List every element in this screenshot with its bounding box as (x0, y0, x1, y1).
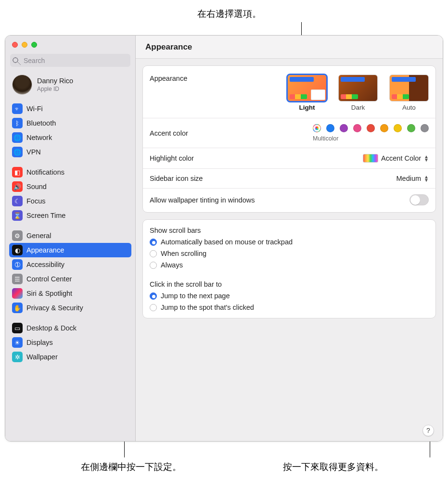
focus-icon: ☾ (12, 196, 23, 206)
accent-color-green[interactable] (407, 124, 415, 132)
radio-label: Always (161, 261, 183, 269)
sidebar-item-wallpaper[interactable]: ✲Wallpaper (9, 350, 131, 364)
sidebar-item-label: Notifications (26, 168, 64, 176)
avatar (12, 75, 32, 95)
appearance-option-label: Light (299, 104, 315, 111)
privacy-icon: ✋ (12, 303, 23, 313)
sidebar-item-label: Displays (26, 339, 53, 346)
accent-color-graphite[interactable] (421, 124, 429, 132)
appearance-option-dark[interactable]: Dark (338, 75, 378, 111)
tinting-switch[interactable] (410, 194, 429, 205)
user-subtitle: Apple ID (37, 86, 73, 92)
sidebar-item-label: General (26, 232, 51, 240)
sidebar-item-siri[interactable]: Siri & Spotlight (9, 286, 131, 301)
minimize-button[interactable] (22, 42, 27, 48)
radio-label: When scrolling (161, 250, 206, 257)
accent-color-blue[interactable] (326, 124, 334, 132)
bluetooth-icon: ᛒ (12, 118, 23, 128)
sidebar-item-appearance[interactable]: ◐Appearance (9, 243, 131, 257)
click-scroll-radio-0[interactable]: Jump to the next page (150, 292, 429, 300)
sidebar-item-label: VPN (26, 148, 41, 156)
callout-bottom-left: 在側邊欄中按一下設定。 (81, 461, 181, 473)
wifi-icon: ᯤ (12, 103, 23, 114)
callout-bottom-right: 按一下來取得更多資料。 (283, 461, 384, 473)
highlight-color-popup[interactable]: Accent Color ▲▼ (363, 154, 429, 163)
pane-scroll: Appearance LightDarkAuto Accent color Mu… (136, 59, 443, 441)
sidebar-item-accessibility[interactable]: ➀Accessibility (9, 257, 131, 272)
controlcenter-icon: ☰ (12, 274, 23, 284)
click-scroll-radios: Jump to the next pageJump to the spot th… (150, 292, 429, 311)
radio-label: Jump to the next page (161, 292, 230, 300)
sidebar-size-popup[interactable]: Medium ▲▼ (397, 175, 429, 182)
network-icon: 🌐 (12, 132, 23, 143)
sidebar-item-wifi[interactable]: ᯤWi-Fi (9, 101, 131, 116)
sidebar-item-bluetooth[interactable]: ᛒBluetooth (9, 116, 131, 130)
sidebar-size-label: Sidebar icon size (150, 175, 397, 182)
zoom-button[interactable] (31, 42, 37, 48)
click-scroll-label: Click in the scroll bar to (150, 280, 429, 288)
chevron-updown-icon: ▲▼ (424, 175, 429, 182)
sidebar-item-displays[interactable]: ☀Displays (9, 335, 131, 350)
sidebar-item-label: Screen Time (26, 212, 65, 219)
tinting-label: Allow wallpaper tinting in windows (150, 196, 410, 204)
panel-scrolling: Show scroll bars Automatically based on … (142, 219, 436, 318)
apple-id-row[interactable]: Danny Rico Apple ID (5, 71, 135, 101)
appearance-label: Appearance (150, 75, 287, 82)
sidebar-item-network[interactable]: 🌐Network (9, 130, 131, 145)
siri-icon (12, 288, 23, 299)
accent-color-red[interactable] (367, 124, 375, 132)
page-title: Appearance (145, 42, 192, 52)
sidebar-item-label: Network (26, 134, 52, 141)
sidebar-item-label: Privacy & Security (26, 304, 83, 312)
chevron-updown-icon: ▲▼ (424, 155, 429, 162)
appearance-option-light[interactable]: Light (287, 75, 327, 111)
sidebar-item-focus[interactable]: ☾Focus (9, 194, 131, 208)
appearance-thumb-light-icon (287, 75, 327, 101)
close-button[interactable] (12, 42, 18, 48)
sidebar-item-label: Wallpaper (26, 353, 58, 361)
click-scroll-radio-1[interactable]: Jump to the spot that's clicked (150, 304, 429, 311)
appearance-option-auto[interactable]: Auto (389, 75, 429, 111)
sidebar-item-label: Sound (26, 183, 47, 190)
search-input[interactable] (10, 54, 130, 67)
accent-color-yellow[interactable] (394, 124, 402, 132)
sidebar-item-label: Accessibility (26, 261, 64, 268)
radio-dot-icon (150, 292, 157, 300)
screentime-icon: ⌛ (12, 210, 23, 221)
sidebar-item-sound[interactable]: 🔊Sound (9, 179, 131, 194)
callout-top: 在右邊擇選項。 (197, 8, 261, 20)
sound-icon: 🔊 (12, 181, 23, 192)
sidebar: Danny Rico Apple ID ᯤWi-FiᛒBluetooth🌐Net… (5, 36, 136, 441)
scrollbars-radio-2[interactable]: Always (150, 261, 429, 269)
sidebar-item-general[interactable]: ⚙General (9, 228, 131, 243)
sidebar-item-label: Desktop & Dock (26, 324, 77, 332)
radio-dot-icon (150, 262, 157, 269)
wallpaper-icon: ✲ (12, 352, 23, 362)
radio-label: Automatically based on mouse or trackpad (161, 238, 293, 246)
accent-color-orange[interactable] (380, 124, 388, 132)
highlight-value: Accent Color (381, 154, 421, 162)
sidebar-item-controlcenter[interactable]: ☰Control Center (9, 272, 131, 286)
sidebar-item-label: Focus (26, 197, 46, 205)
radio-dot-icon (150, 250, 157, 257)
radio-label: Jump to the spot that's clicked (161, 304, 254, 311)
scrollbars-radio-0[interactable]: Automatically based on mouse or trackpad (150, 238, 429, 246)
accent-color-multicolor[interactable] (313, 124, 321, 132)
window-traffic-lights (5, 36, 135, 54)
sidebar-size-value: Medium (397, 175, 422, 182)
scrollbars-radio-1[interactable]: When scrolling (150, 250, 429, 257)
user-name: Danny Rico (37, 77, 73, 85)
sidebar-item-label: Control Center (26, 275, 72, 283)
accent-color-purple[interactable] (340, 124, 348, 132)
sidebar-item-desktopdock[interactable]: ▭Desktop & Dock (9, 321, 131, 335)
panel-appearance: Appearance LightDarkAuto Accent color Mu… (142, 65, 436, 213)
appearance-option-label: Dark (351, 104, 365, 111)
help-button[interactable]: ? (422, 425, 434, 436)
sidebar-item-notifications[interactable]: ◧Notifications (9, 165, 131, 179)
sidebar-item-screentime[interactable]: ⌛Screen Time (9, 208, 131, 223)
accent-color-pink[interactable] (353, 124, 361, 132)
sidebar-item-vpn[interactable]: 🌐VPN (9, 145, 131, 159)
scrollbars-label: Show scroll bars (150, 227, 429, 234)
accent-selected-name: Multicolor (313, 135, 429, 142)
sidebar-item-privacy[interactable]: ✋Privacy & Security (9, 301, 131, 315)
